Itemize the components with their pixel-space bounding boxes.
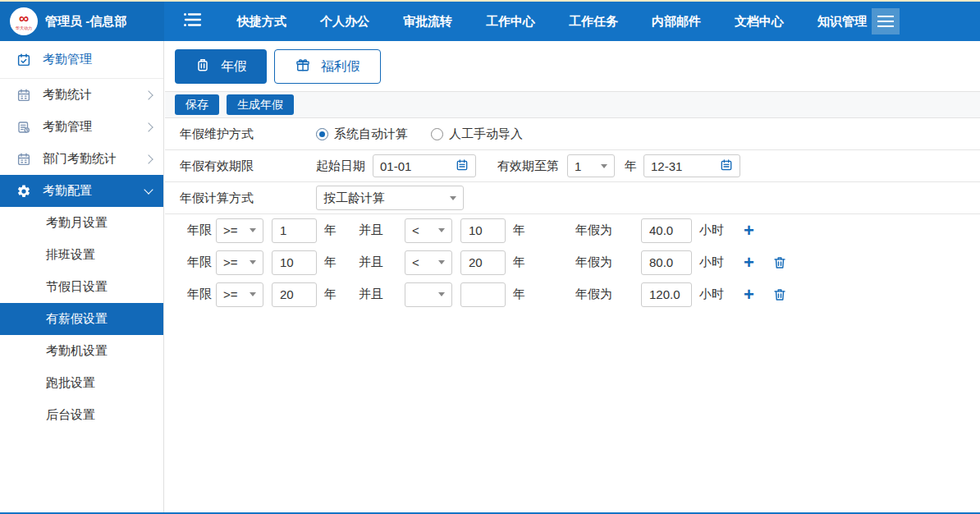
- result-label: 年假为: [575, 287, 612, 302]
- validity-period-row: 年假有效期限 起始日期 01-01 有效期至第 1 年: [165, 150, 980, 182]
- calendar-check-icon: [16, 53, 31, 67]
- hamburger-menu-button[interactable]: [872, 8, 900, 34]
- brand-logo-text: 华天动力: [16, 25, 32, 30]
- result-label: 年假为: [575, 255, 612, 270]
- generate-annual-leave-button[interactable]: 生成年假: [227, 94, 294, 115]
- year-unit-label: 年: [513, 287, 525, 302]
- radio-auto-calc[interactable]: 系统自动计算: [316, 126, 408, 142]
- tab-label: 福利假: [321, 58, 360, 76]
- menu-item-shortcuts[interactable]: 快捷方式: [237, 14, 286, 30]
- clipboard-icon: [16, 120, 31, 135]
- add-row-icon[interactable]: +: [744, 254, 754, 272]
- sidebar-item-attendance-mgmt[interactable]: 考勤管理: [0, 111, 163, 143]
- menu-item-work-tasks[interactable]: 工作任务: [569, 14, 618, 30]
- tab-label: 年假: [221, 58, 247, 76]
- year-unit-label: 年: [324, 287, 337, 302]
- sidebar-item-label: 考勤配置: [43, 183, 145, 199]
- sidebar-subitem-batch-settings[interactable]: 跑批设置: [0, 367, 163, 399]
- user-department-label: 管理员 -信息部: [45, 14, 126, 30]
- radio-unchecked-icon[interactable]: [431, 128, 443, 140]
- sidebar-subitem-shift-settings[interactable]: 排班设置: [0, 239, 163, 271]
- menu-item-approval-flow[interactable]: 审批流转: [403, 14, 452, 30]
- limit-label: 年限: [187, 223, 212, 238]
- calendar-icon: [16, 88, 31, 103]
- start-date-label: 起始日期: [316, 158, 365, 174]
- menu-item-knowledge[interactable]: 知识管理: [817, 14, 867, 30]
- year-unit-label: 年: [324, 223, 337, 238]
- hours-input[interactable]: [641, 218, 692, 243]
- end-date-input[interactable]: 12-31: [643, 154, 740, 177]
- start-date-value: 01-01: [380, 159, 456, 173]
- sidebar-subitem-label: 排班设置: [46, 247, 95, 263]
- sidebar-subitem-holiday-settings[interactable]: 节假日设置: [0, 271, 163, 303]
- save-button[interactable]: 保存: [175, 94, 219, 115]
- menu-item-personal[interactable]: 个人办公: [320, 14, 369, 30]
- hours-input[interactable]: [641, 282, 692, 307]
- years-max-input[interactable]: [460, 218, 506, 243]
- radio-checked-icon[interactable]: [316, 128, 328, 140]
- tab-annual-leave[interactable]: 年假: [175, 49, 267, 84]
- topbar-brand-area: ∞ 华天动力 管理员 -信息部: [0, 2, 164, 41]
- years-min-input[interactable]: [272, 250, 317, 275]
- limit-row-3: 年限 >= 年 并且 年 年假为 小时 +: [165, 278, 980, 310]
- menu-item-document-center[interactable]: 文档中心: [735, 14, 784, 30]
- years-min-input[interactable]: [272, 282, 317, 307]
- valid-until-year-select[interactable]: 1: [567, 154, 615, 177]
- sidebar-item-attendance-config[interactable]: 考勤配置: [0, 175, 163, 207]
- sidebar-subitem-backend-settings[interactable]: 后台设置: [0, 399, 163, 431]
- sidebar-item-attendance-module[interactable]: 考勤管理: [0, 41, 163, 79]
- dropdown-arrow-icon: [250, 292, 256, 296]
- leave-type-tabs: 年假 福利假: [165, 41, 980, 91]
- sidebar-subitem-attendance-machine[interactable]: 考勤机设置: [0, 335, 163, 367]
- sidebar-item-attendance-stats[interactable]: 考勤统计: [0, 79, 163, 111]
- hour-unit-label: 小时: [699, 223, 724, 238]
- hour-unit-label: 小时: [699, 287, 724, 302]
- add-row-icon[interactable]: +: [744, 286, 754, 304]
- op1-select[interactable]: >=: [216, 218, 263, 243]
- years-max-input[interactable]: [460, 250, 506, 275]
- app-window: ∞ 华天动力 管理员 -信息部 快捷方式 个人办公 审批流转 工作中心 工作任务: [0, 0, 980, 514]
- sidebar-subitem-label: 有薪假设置: [46, 311, 108, 327]
- op2-select[interactable]: <: [405, 218, 452, 243]
- dropdown-arrow-icon: [438, 260, 445, 264]
- limit-row-2: 年限 >= 年 并且 < 年 年假为 小时 +: [165, 246, 980, 278]
- year-unit-label: 年: [513, 255, 525, 270]
- limit-label: 年限: [187, 287, 212, 302]
- brand-logo-symbol: ∞: [19, 11, 29, 25]
- sidebar-subitem-month-settings[interactable]: 考勤月设置: [0, 207, 163, 239]
- start-date-input[interactable]: 01-01: [373, 154, 476, 177]
- calendar-icon[interactable]: [456, 158, 469, 174]
- sidebar-subitem-label: 考勤月设置: [46, 215, 108, 231]
- calendar-icon[interactable]: [720, 158, 733, 174]
- sidebar-item-label: 部门考勤统计: [43, 151, 145, 167]
- year-unit-label: 年: [513, 223, 525, 238]
- radio-manual-import[interactable]: 人工手动导入: [431, 126, 523, 142]
- sidebar-item-label: 考勤统计: [43, 87, 145, 103]
- end-date-value: 12-31: [651, 159, 720, 173]
- menu-item-work-center[interactable]: 工作中心: [486, 14, 535, 30]
- sidebar-item-dept-attendance-stats[interactable]: 部门考勤统计: [0, 143, 163, 175]
- calc-mode-select[interactable]: 按工龄计算: [316, 186, 464, 210]
- op1-select[interactable]: >=: [216, 282, 263, 307]
- years-max-input[interactable]: [460, 282, 506, 307]
- luggage-icon: [195, 57, 211, 76]
- hours-input[interactable]: [641, 250, 692, 275]
- add-row-icon[interactable]: +: [744, 222, 754, 240]
- radio-manual-import-label: 人工手动导入: [449, 126, 523, 142]
- op1-select[interactable]: >=: [216, 250, 263, 275]
- sidebar-item-label: 考勤管理: [43, 119, 145, 135]
- nav-list-icon[interactable]: [182, 11, 204, 31]
- valid-until-label: 有效期至第: [497, 158, 559, 174]
- tab-welfare-leave[interactable]: 福利假: [274, 49, 381, 84]
- maintain-mode-label: 年假维护方式: [180, 126, 316, 142]
- result-label: 年假为: [575, 223, 612, 238]
- op2-value: <: [412, 255, 419, 269]
- menu-item-internal-mail[interactable]: 内部邮件: [652, 14, 701, 30]
- sidebar-subitem-paid-leave-settings[interactable]: 有薪假设置: [0, 303, 163, 335]
- years-min-input[interactable]: [272, 218, 317, 243]
- op2-select[interactable]: [405, 282, 452, 307]
- op2-select[interactable]: <: [405, 250, 452, 275]
- main-content: 年假 福利假 保存 生成年假 年假维护方式: [165, 41, 980, 512]
- delete-row-icon[interactable]: [772, 255, 787, 270]
- delete-row-icon[interactable]: [772, 287, 787, 302]
